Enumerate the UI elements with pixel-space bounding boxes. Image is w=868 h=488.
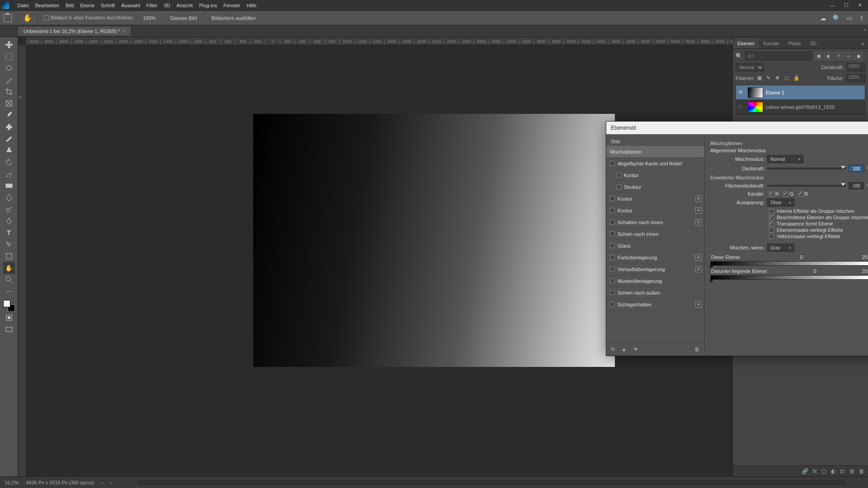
frame-tool[interactable] [3, 98, 15, 109]
foreground-color[interactable] [3, 300, 10, 307]
delete-layer-icon[interactable]: 🗑 [859, 468, 864, 474]
fx-menu-icon[interactable]: fx [611, 346, 615, 352]
style-checkbox[interactable] [610, 196, 615, 201]
fit-screen-button[interactable]: Ganzes Bild [165, 14, 201, 22]
adjustment-icon[interactable]: ◐ [831, 468, 835, 474]
group-icon[interactable]: 🗀 [840, 468, 845, 474]
lock-transparent-icon[interactable]: ▦ [757, 75, 764, 81]
filter-adjust-icon[interactable]: ◐ [825, 52, 833, 60]
zoom-tool[interactable] [3, 274, 15, 286]
style-item[interactable]: Kontur+ [606, 205, 704, 216]
share-icon[interactable]: ⇪ [859, 14, 864, 22]
lock-all-icon[interactable]: 🔒 [793, 75, 800, 81]
style-checkbox[interactable] [610, 231, 615, 236]
workspace-icon[interactable]: ▭ [847, 14, 853, 22]
add-effect-icon[interactable]: + [695, 301, 702, 308]
style-item[interactable]: Verlaufsüberlagerung+ [606, 263, 704, 275]
gradient-tool[interactable] [3, 180, 15, 192]
brush-tool[interactable] [3, 133, 15, 145]
style-item[interactable]: Abgeflachte Kante und Relief [606, 158, 704, 169]
color-swatch[interactable] [3, 300, 15, 312]
status-prev-icon[interactable]: ‹ [110, 480, 112, 485]
edit-toolbar-icon[interactable]: ⋯ [3, 286, 15, 297]
collapse-panels-icon[interactable]: « [863, 27, 866, 32]
eraser-tool[interactable] [3, 168, 15, 180]
aussparung-select[interactable]: Ohne [767, 198, 794, 206]
fill-screen-button[interactable]: Bildschirm ausfüllen [207, 14, 260, 22]
channel-g-checkbox[interactable] [783, 192, 788, 197]
style-checkbox[interactable] [610, 220, 615, 225]
link-layers-icon[interactable]: 🔗 [802, 468, 808, 474]
status-zoom[interactable]: 16,2% [5, 480, 19, 485]
style-checkbox[interactable] [610, 302, 615, 307]
crop-tool[interactable] [3, 86, 15, 98]
style-item[interactable]: Struktur [606, 181, 704, 193]
visibility-icon[interactable]: 👁 [738, 89, 745, 96]
mischmodus-select[interactable]: Normal [767, 155, 803, 163]
filter-pixel-icon[interactable]: ▦ [815, 52, 823, 60]
menu-item-3d[interactable]: 3D [164, 3, 170, 8]
path-select-tool[interactable] [3, 239, 15, 250]
document-tab[interactable]: Unbenannt-1 bei 16,2% (Ebene 1, RGB/8) *… [18, 27, 132, 36]
menu-item-plugins[interactable]: Plug-ins [199, 3, 217, 8]
underlying-slider[interactable] [710, 275, 868, 280]
history-brush-tool[interactable] [3, 156, 15, 168]
filter-type-icon[interactable]: T [835, 52, 843, 60]
style-checkbox[interactable] [610, 243, 615, 248]
style-checkbox[interactable] [610, 278, 615, 283]
style-checkbox[interactable] [610, 267, 615, 272]
horizontal-scrollbar[interactable] [137, 480, 845, 485]
layer-thumb[interactable] [748, 87, 763, 98]
menu-item-schrift[interactable]: Schrift [101, 3, 115, 8]
menu-item-hilfe[interactable]: Hilfe [246, 3, 256, 8]
quickmask-icon[interactable] [3, 312, 15, 324]
heal-tool[interactable] [3, 121, 15, 133]
flachendeckkraft-value[interactable]: 100 [849, 182, 864, 189]
style-item[interactable]: Schatten nach innen+ [606, 216, 704, 228]
cloud-icon[interactable]: ☁ [820, 14, 826, 22]
cb-vectormask-hides[interactable] [769, 234, 774, 239]
mask-icon[interactable]: ▢ [821, 468, 826, 474]
zoom-100-button[interactable]: 100% [138, 14, 160, 22]
opacity-field[interactable]: 100% [846, 63, 865, 71]
style-item[interactable]: Schlagschatten+ [606, 299, 704, 310]
add-effect-icon[interactable]: + [695, 254, 702, 261]
layer-name[interactable]: colour-wheel-gb978d013_1920 [766, 104, 835, 110]
layer-search-icon[interactable]: 🔍 [736, 53, 742, 59]
wand-tool[interactable] [3, 74, 15, 86]
style-checkbox[interactable] [616, 184, 621, 189]
style-item[interactable]: Schein nach innen [606, 228, 704, 240]
style-checkbox[interactable] [616, 173, 621, 178]
cb-layermask-hides[interactable] [769, 228, 774, 233]
lasso-tool[interactable] [3, 62, 15, 74]
channel-r-checkbox[interactable] [769, 192, 774, 197]
style-item[interactable]: Farbüberlagerung+ [606, 252, 704, 263]
layer-thumb[interactable] [748, 102, 763, 113]
dodge-tool[interactable] [3, 203, 15, 215]
layer-row[interactable]: 👁 Ebene 1 [736, 85, 865, 100]
lock-position-icon[interactable]: ✥ [775, 75, 782, 81]
document-tab-close-icon[interactable]: × [123, 28, 125, 34]
tab-ebenen[interactable]: Ebenen [733, 38, 759, 48]
menu-item-ebene[interactable]: Ebene [80, 3, 94, 8]
blur-tool[interactable] [3, 192, 15, 203]
menu-item-bearbeiten[interactable]: Bearbeiten [35, 3, 59, 8]
this-layer-slider[interactable] [710, 261, 868, 266]
status-dimensions[interactable]: 4936 Px x 3319 Px (300 ppcm) [26, 480, 94, 485]
filter-smart-icon[interactable]: ▣ [854, 52, 863, 60]
hand-tool-icon[interactable]: ✋ [23, 14, 32, 22]
home-icon[interactable] [4, 14, 12, 22]
document-canvas[interactable] [253, 114, 615, 367]
hand-tool[interactable]: ✋ [3, 262, 15, 274]
close-button[interactable]: ✕ [854, 1, 866, 10]
panel-menu-icon[interactable]: ≡ [858, 39, 868, 48]
fill-field[interactable]: 100% [846, 74, 865, 82]
menu-item-datei[interactable]: Datei [17, 3, 29, 8]
add-effect-icon[interactable]: + [695, 219, 702, 225]
menu-item-fenster[interactable]: Fenster [223, 3, 240, 8]
blend-mode-select[interactable]: Normal [736, 63, 764, 71]
layer-row[interactable]: 👁 colour-wheel-gb978d013_1920 [736, 100, 865, 114]
screenmode-icon[interactable] [3, 324, 15, 335]
add-effect-icon[interactable]: + [695, 207, 702, 214]
menu-item-filter[interactable]: Filter [146, 3, 157, 8]
